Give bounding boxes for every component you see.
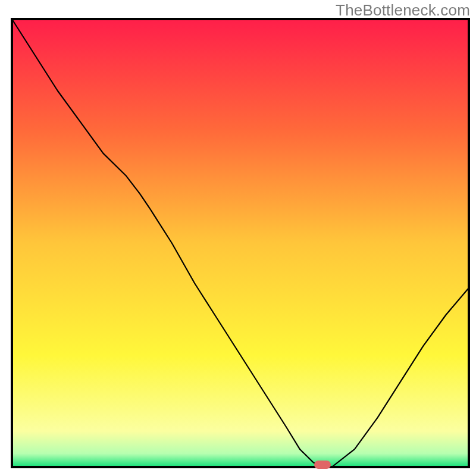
chart-container: TheBottleneck.com (0, 0, 476, 476)
watermark-text: TheBottleneck.com (336, 1, 470, 20)
optimal-marker (314, 461, 331, 469)
chart-plot (0, 0, 476, 476)
chart-background (12, 19, 469, 467)
